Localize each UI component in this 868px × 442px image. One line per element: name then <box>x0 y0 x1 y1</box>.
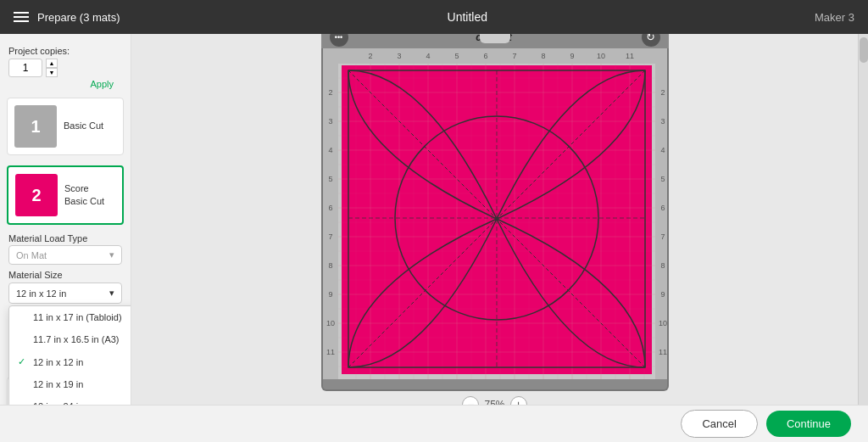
zoom-level: 75% <box>484 399 504 406</box>
svg-text:3: 3 <box>397 52 401 60</box>
svg-text:6: 6 <box>660 204 665 212</box>
zoom-plus-icon: + <box>515 398 521 406</box>
topbar: Prepare (3 mats) Untitled Maker 3 <box>0 0 868 34</box>
svg-text:9: 9 <box>660 290 665 299</box>
cancel-button[interactable]: Cancel <box>681 410 757 438</box>
canvas-area: ••• cricut ↻ <box>131 34 858 405</box>
svg-text:2: 2 <box>368 52 372 60</box>
scrollbar-thumb <box>860 37 868 63</box>
svg-rect-2 <box>323 48 338 379</box>
svg-text:7: 7 <box>660 232 665 241</box>
svg-text:3: 3 <box>660 117 665 126</box>
project-copies-section: Project copies: ▲ ▼ Apply <box>0 41 131 92</box>
svg-text:10: 10 <box>596 52 604 60</box>
copies-spinners: ▲ ▼ <box>46 59 58 77</box>
zoom-bar: − 75% + <box>462 396 526 406</box>
svg-rect-3 <box>655 48 669 379</box>
mat-svg: 2 3 4 5 6 7 8 9 10 11 2 3 4 5 6 <box>321 48 669 379</box>
mat-info-1: Basic Cut <box>64 120 103 132</box>
copies-input-row: ▲ ▼ <box>8 59 122 77</box>
dropdown-item-3[interactable]: 12 in x 19 in <box>9 373 131 395</box>
mat-thumbnail-1: 1 <box>14 105 57 148</box>
machine-name: Maker 3 <box>815 11 854 24</box>
mat-thumbnail-2: 2 <box>15 174 58 216</box>
svg-text:2: 2 <box>660 88 665 97</box>
hamburger-menu[interactable] <box>14 12 29 22</box>
dropdown-label-3: 12 in x 19 in <box>33 379 83 389</box>
material-size-label: Material Size <box>8 270 122 280</box>
zoom-out-button[interactable]: − <box>462 396 479 406</box>
dropdown-item-2[interactable]: ✓ 12 in x 12 in <box>9 350 131 373</box>
copies-input[interactable] <box>8 59 42 77</box>
svg-text:9: 9 <box>328 290 332 299</box>
topbar-left: Prepare (3 mats) <box>14 11 120 24</box>
dropdown-item-4[interactable]: 12 in x 24 in <box>9 395 131 405</box>
dropdown-label-0: 11 in x 17 in (Tabloid) <box>33 312 122 322</box>
svg-text:8: 8 <box>541 52 545 60</box>
copies-down-button[interactable]: ▼ <box>46 68 58 77</box>
topbar-center: Untitled <box>448 10 487 24</box>
svg-text:11: 11 <box>625 52 633 60</box>
material-size-container: Material Size 12 in x 12 in ▾ 11 in x 17… <box>0 270 131 304</box>
continue-button[interactable]: Continue <box>766 411 851 437</box>
svg-text:6: 6 <box>328 204 332 212</box>
main-content: Project copies: ▲ ▼ Apply 1 Basic Cut 2 <box>0 34 868 405</box>
dropdown-item-1[interactable]: 11.7 in x 16.5 in (A3) <box>9 328 131 350</box>
dropdown-item-0[interactable]: 11 in x 17 in (Tabloid) <box>9 306 131 328</box>
dropdown-check-2: ✓ <box>18 356 28 367</box>
svg-text:4: 4 <box>660 146 665 154</box>
document-title: Untitled <box>448 10 487 24</box>
material-size-chevron: ▾ <box>109 288 114 299</box>
apply-button[interactable]: Apply <box>8 79 122 89</box>
material-load-chevron: ▾ <box>109 249 114 260</box>
svg-text:2: 2 <box>328 88 332 97</box>
mat-number-2: 2 <box>31 186 41 205</box>
svg-text:5: 5 <box>328 175 332 183</box>
svg-text:4: 4 <box>328 146 332 154</box>
svg-text:10: 10 <box>326 319 334 327</box>
mat-card-1[interactable]: 1 Basic Cut <box>7 98 124 155</box>
zoom-in-button[interactable]: + <box>510 396 527 406</box>
dropdown-label-4: 12 in x 24 in <box>33 401 83 405</box>
material-load-value: On Mat <box>16 250 47 260</box>
svg-text:8: 8 <box>328 261 332 270</box>
svg-text:7: 7 <box>512 52 516 60</box>
mat-info-2: Score Basic Cut <box>64 182 104 209</box>
svg-text:6: 6 <box>483 52 487 60</box>
material-load-type-label: Material Load Type <box>0 230 131 245</box>
svg-text:11: 11 <box>326 348 334 356</box>
material-load-select[interactable]: On Mat ▾ <box>8 245 122 265</box>
mat-options-button[interactable]: ••• <box>330 34 348 47</box>
svg-text:5: 5 <box>454 52 459 60</box>
svg-text:8: 8 <box>660 261 665 270</box>
dropdown-label-1: 11.7 in x 16.5 in (A3) <box>33 334 120 344</box>
svg-text:4: 4 <box>426 52 430 60</box>
zoom-minus-icon: − <box>467 398 474 406</box>
svg-text:5: 5 <box>660 175 665 183</box>
material-size-value: 12 in x 12 in <box>16 288 66 299</box>
svg-rect-1 <box>323 48 669 64</box>
mat-rotate-button[interactable]: ↻ <box>642 34 660 47</box>
right-scrollbar[interactable] <box>858 34 868 405</box>
topbar-title: Prepare (3 mats) <box>37 11 120 24</box>
material-size-select[interactable]: 12 in x 12 in ▾ <box>8 283 122 304</box>
copies-up-button[interactable]: ▲ <box>46 59 58 68</box>
svg-text:7: 7 <box>328 232 332 241</box>
svg-text:11: 11 <box>658 348 666 356</box>
mat-number-1: 1 <box>31 117 40 137</box>
svg-text:9: 9 <box>570 52 574 60</box>
project-copies-label: Project copies: <box>8 46 122 56</box>
dropdown-label-2: 12 in x 12 in <box>33 357 83 367</box>
mat-card-2[interactable]: 2 Score Basic Cut <box>7 165 124 225</box>
bottom-bar: Cancel Continue <box>0 405 868 442</box>
mat-container: ••• cricut ↻ <box>321 34 669 391</box>
sidebar: Project copies: ▲ ▼ Apply 1 Basic Cut 2 <box>0 34 131 405</box>
svg-text:10: 10 <box>658 319 666 327</box>
svg-text:3: 3 <box>328 117 332 126</box>
material-size-dropdown: 11 in x 17 in (Tabloid) 11.7 in x 16.5 i… <box>8 305 131 405</box>
